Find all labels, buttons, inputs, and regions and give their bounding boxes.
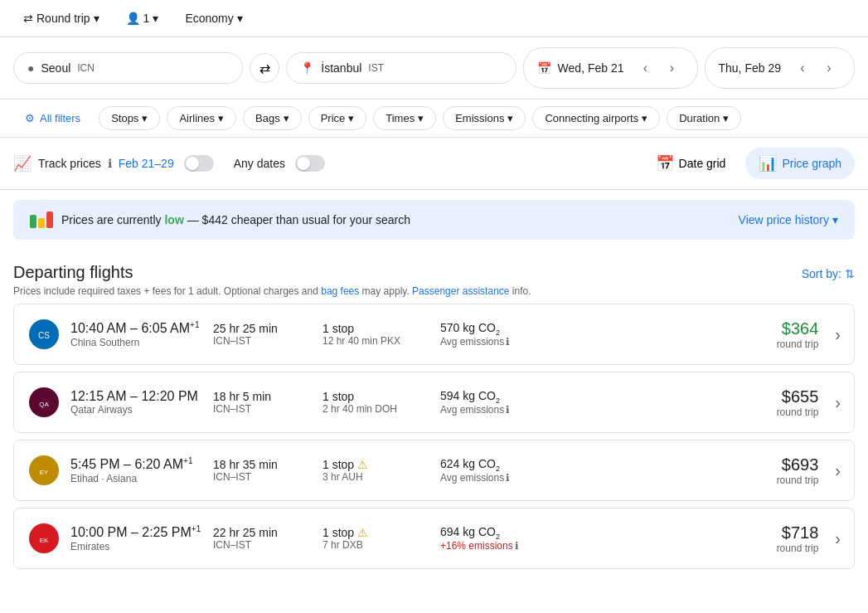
origin-code: ICN xyxy=(77,62,95,74)
stops-filter-button[interactable]: Stops ▾ xyxy=(99,106,160,130)
sort-by-button[interactable]: Sort by: ⇅ xyxy=(802,267,855,280)
price-banner: Prices are currently low — $442 cheaper … xyxy=(13,200,855,240)
search-bar: ● Seoul ICN ⇄ 📍 İstanbul IST 📅 Wed, Feb … xyxy=(0,37,868,100)
emissions-info-icon[interactable]: ℹ xyxy=(506,472,510,484)
return-date-button[interactable]: Thu, Feb 29 ‹ › xyxy=(705,47,856,89)
passenger-assistance-link[interactable]: Passenger assistance xyxy=(412,285,509,297)
airline-logo: CS xyxy=(27,318,61,351)
emissions-info-icon[interactable]: ℹ xyxy=(506,404,510,416)
duration-filter-button[interactable]: Duration ▾ xyxy=(667,106,741,130)
duration-chevron: ▾ xyxy=(723,112,729,124)
round-trip-icon: ⇄ xyxy=(23,12,33,25)
price-type: round trip xyxy=(777,406,819,418)
passengers-chevron: ▾ xyxy=(153,12,158,25)
flight-row[interactable]: CS 10:40 AM – 6:05 AM+1 China Southern 2… xyxy=(13,304,855,365)
return-next-button[interactable]: › xyxy=(817,56,841,80)
view-history-label: View price history xyxy=(739,213,829,226)
flight-row[interactable]: QA 12:15 AM – 12:20 PM Qatar Airways 18 … xyxy=(13,372,855,433)
price-filter-button[interactable]: Price ▾ xyxy=(308,106,367,130)
date-grid-button[interactable]: 📅 Date grid xyxy=(643,148,739,179)
expand-icon[interactable]: › xyxy=(835,393,841,412)
depart-date-button[interactable]: 📅 Wed, Feb 21 ‹ › xyxy=(523,47,698,89)
airline-name: China Southern xyxy=(70,337,203,348)
price-graph-button[interactable]: 📊 Price graph xyxy=(745,148,855,179)
depart-date: Wed, Feb 21 xyxy=(558,61,624,75)
flight-row[interactable]: EK 10:00 PM – 2:25 PM+1 Emirates 22 hr 2… xyxy=(13,508,855,569)
emissions-avg: +16% emissions ℹ xyxy=(440,540,548,552)
price-low-text: low xyxy=(164,213,183,226)
via-value: 7 hr DXB xyxy=(322,539,430,551)
view-price-history-button[interactable]: View price history ▾ xyxy=(739,213,838,226)
destination-pin-icon: 📍 xyxy=(300,61,314,75)
stops-label: Stops xyxy=(111,112,138,124)
price-type: round trip xyxy=(777,542,819,554)
swap-button[interactable]: ⇄ xyxy=(250,53,279,83)
flight-row[interactable]: EY 5:45 PM – 6:20 AM+1 Etihad · Asiana 1… xyxy=(13,440,855,501)
bag-fees-link[interactable]: bag fees xyxy=(321,285,359,297)
svg-text:EK: EK xyxy=(40,537,49,544)
airlines-chevron: ▾ xyxy=(218,112,224,124)
return-prev-button[interactable]: ‹ xyxy=(791,56,814,80)
flight-stops: 1 stop ⚠ 3 hr AUH xyxy=(322,458,430,483)
track-toggle[interactable] xyxy=(184,155,214,172)
via-value: 2 hr 40 min DOH xyxy=(322,403,430,415)
track-dates[interactable]: Feb 21–29 xyxy=(119,157,174,170)
track-info-icon[interactable]: ℹ xyxy=(108,157,112,170)
bags-filter-button[interactable]: Bags ▾ xyxy=(243,106,302,130)
price-text-after: — $442 cheaper than usual for your searc… xyxy=(184,213,410,226)
class-button[interactable]: Economy ▾ xyxy=(175,7,252,30)
view-history-chevron: ▾ xyxy=(832,213,838,226)
price-graph-icon: 📊 xyxy=(759,154,777,173)
flight-time: 10:40 AM – 6:05 AM+1 China Southern xyxy=(70,320,203,348)
price-type: round trip xyxy=(777,338,819,350)
emissions-chevron: ▾ xyxy=(507,112,513,124)
track-left-section: 📈 Track prices ℹ Feb 21–29 Any dates xyxy=(13,154,325,173)
expand-icon[interactable]: › xyxy=(835,325,841,344)
emissions-filter-button[interactable]: Emissions ▾ xyxy=(443,106,526,130)
depart-prev-button[interactable]: ‹ xyxy=(634,56,657,80)
flights-header: Departing flights Sort by: ⇅ xyxy=(13,250,855,285)
stops-chevron: ▾ xyxy=(142,112,148,124)
flight-price: $655 round trip xyxy=(777,387,819,418)
destination-input[interactable]: 📍 İstanbul IST xyxy=(286,52,516,84)
price-chevron: ▾ xyxy=(348,112,354,124)
origin-input[interactable]: ● Seoul ICN xyxy=(13,52,243,84)
times-filter-button[interactable]: Times ▾ xyxy=(373,106,436,130)
co2-value: 570 kg CO2 xyxy=(440,321,548,337)
sort-icon: ⇅ xyxy=(845,267,855,280)
emissions-label: Emissions xyxy=(455,112,504,124)
depart-next-button[interactable]: › xyxy=(661,56,684,80)
airlines-filter-button[interactable]: Airlines ▾ xyxy=(167,106,236,130)
emissions-info-icon[interactable]: ℹ xyxy=(506,336,510,348)
trip-type-label: Round trip xyxy=(36,12,90,25)
any-dates-toggle[interactable] xyxy=(295,155,325,172)
stops-value: 1 stop xyxy=(322,390,430,403)
times-chevron: ▾ xyxy=(418,112,424,124)
svg-text:EY: EY xyxy=(40,469,49,476)
flight-route: ICN–IST xyxy=(213,471,313,483)
flight-duration: 18 hr 5 min ICN–IST xyxy=(213,390,313,415)
bags-label: Bags xyxy=(255,112,280,124)
price-graph-label: Price graph xyxy=(782,157,841,170)
expand-icon[interactable]: › xyxy=(835,461,841,480)
track-prices-bar: 📈 Track prices ℹ Feb 21–29 Any dates 📅 D… xyxy=(0,138,868,190)
flight-duration: 25 hr 25 min ICN–IST xyxy=(213,322,313,347)
price-text-before: Prices are currently xyxy=(61,213,164,226)
expand-icon[interactable]: › xyxy=(835,529,841,548)
depart-date-nav: ‹ › xyxy=(634,56,684,80)
trip-type-button[interactable]: ⇄ Round trip ▾ xyxy=(13,7,109,30)
all-filters-button[interactable]: ⚙ All filters xyxy=(13,107,92,129)
filter-icon: ⚙ xyxy=(25,112,35,124)
origin-circle-icon: ● xyxy=(27,61,34,75)
destination-code: IST xyxy=(368,62,384,74)
flights-subtitle: Prices include required taxes + fees for… xyxy=(13,285,855,304)
duration-label: Duration xyxy=(679,112,720,124)
price-indicator-bars xyxy=(30,212,53,228)
flight-route: ICN–IST xyxy=(213,403,313,415)
date-grid-label: Date grid xyxy=(679,157,726,170)
passengers-count: 1 xyxy=(143,12,150,25)
emissions-info-icon[interactable]: ℹ xyxy=(515,540,519,552)
passengers-button[interactable]: 👤 1 ▾ xyxy=(116,7,169,30)
connecting-airports-filter-button[interactable]: Connecting airports ▾ xyxy=(532,106,660,130)
airlines-label: Airlines xyxy=(179,112,215,124)
